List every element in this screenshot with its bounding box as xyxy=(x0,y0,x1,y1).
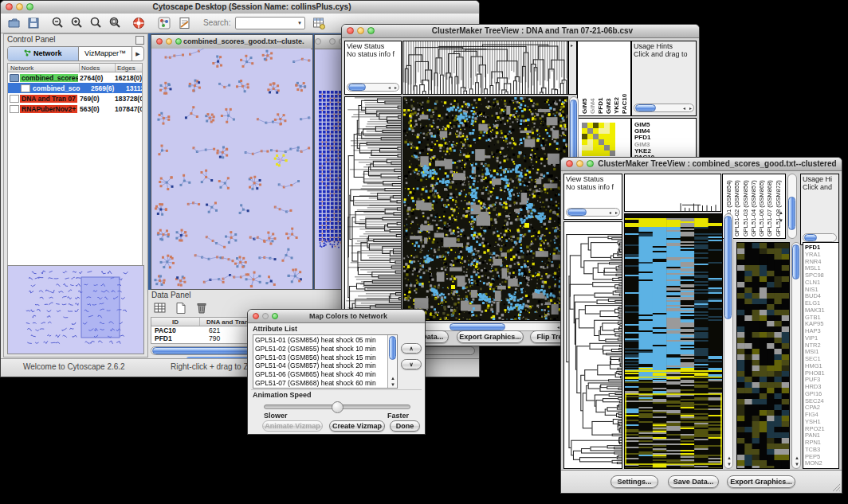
matrix-cell[interactable] xyxy=(582,139,587,145)
network-row[interactable]: DNA and Tran 07769(0)183728(0) xyxy=(8,93,142,104)
matrix-cell[interactable] xyxy=(599,123,604,128)
tv1-heatmap[interactable] xyxy=(402,96,568,321)
tv2-gene-list[interactable]: PFD1YRA1RNR4MSL1SPC98CLN1NIS1BUD4ELG1MAK… xyxy=(803,242,839,469)
tv2-usage-hscrollbar[interactable] xyxy=(803,233,837,242)
search-input[interactable] xyxy=(235,17,305,29)
matrix-cell[interactable] xyxy=(610,145,615,150)
matrix-cell[interactable] xyxy=(599,145,604,150)
network-canvas[interactable] xyxy=(151,49,311,288)
matrix-cell[interactable] xyxy=(604,128,610,134)
tv2-gene-item[interactable]: GPI16 xyxy=(805,391,825,398)
tv2-gene-item[interactable]: NTR2 xyxy=(805,342,825,350)
matrix-cell[interactable] xyxy=(604,150,610,156)
attribute-item[interactable]: GPL51-07 (GSM868) heat shock 60 min xyxy=(255,379,387,388)
netview2-close-button[interactable] xyxy=(315,38,321,45)
tv2-row-dendrogram[interactable] xyxy=(563,221,622,469)
attribute-item[interactable]: GPL51-03 (GSM856) heat shock 15 min xyxy=(255,354,387,362)
tv1-gene-item[interactable]: GIM3 xyxy=(634,142,654,148)
tv2-gene-item[interactable]: KAP95 xyxy=(805,321,825,328)
vizmap-icon[interactable] xyxy=(157,16,171,30)
tv2-gene-item[interactable]: HRD3 xyxy=(805,384,825,391)
matrix-cell[interactable] xyxy=(610,128,615,134)
tv2-gene-item[interactable]: MSL1 xyxy=(805,265,825,272)
matrix-cell[interactable] xyxy=(593,145,599,150)
network-row[interactable]: combined_scores2764(0)16218(0) xyxy=(8,72,142,83)
matrix-cell[interactable] xyxy=(587,128,593,134)
tv2-gene-item[interactable]: MON2 xyxy=(805,460,825,467)
tv2-gene-item[interactable]: PEP5 xyxy=(805,454,825,461)
tv2-gene-item[interactable]: SEC1 xyxy=(805,356,825,363)
tv1-view-status-hscrollbar[interactable]: ◂▸ xyxy=(347,83,399,92)
tv2-heatmap-vscrollbar[interactable]: ▲▼ xyxy=(724,213,733,469)
tv2-export-graphics-button[interactable]: Export Graphics... xyxy=(727,475,795,488)
dialog-zoom-button[interactable] xyxy=(272,313,278,319)
matrix-cell[interactable] xyxy=(587,134,593,139)
netview2-minimize-button[interactable] xyxy=(329,38,336,45)
zoom-out-icon[interactable] xyxy=(50,16,65,30)
tv2-gene-item[interactable]: PAN1 xyxy=(805,432,825,440)
matrix-cell[interactable] xyxy=(599,134,604,139)
matrix-cell[interactable] xyxy=(599,128,604,134)
attribute-item[interactable]: GPL51-01 (GSM854) heat shock 05 min xyxy=(255,336,387,345)
help-lifesaver-icon[interactable] xyxy=(132,16,146,30)
attribute-up-button[interactable]: ∧ xyxy=(401,343,422,354)
tv2-detail-heatmap[interactable] xyxy=(736,242,790,469)
animation-speed-slider[interactable] xyxy=(264,404,410,409)
attribute-down-button[interactable]: ∨ xyxy=(401,359,422,369)
tv2-gene-item[interactable]: RPO21 xyxy=(805,426,825,433)
zoom-selected-icon[interactable] xyxy=(108,16,122,30)
tv2-gene-item[interactable]: GTB1 xyxy=(805,315,825,322)
tv2-gene-item[interactable]: CPA2 xyxy=(805,404,825,412)
matrix-cell[interactable] xyxy=(587,123,593,128)
map-dialog-titlebar[interactable]: Map Colors to Network xyxy=(248,310,425,323)
birdseye-view[interactable] xyxy=(7,265,144,354)
matrix-cell[interactable] xyxy=(604,134,610,139)
tv2-gene-item[interactable]: CLN1 xyxy=(805,279,825,287)
tv2-gene-item[interactable]: RPN1 xyxy=(805,440,825,447)
tv2-gene-item[interactable]: ELG1 xyxy=(805,300,825,307)
attribute-item[interactable]: GPL51-02 (GSM855) heat shock 10 min xyxy=(255,345,387,354)
treeview1-titlebar[interactable]: ClusterMaker TreeView : DNA and Tran 07-… xyxy=(342,25,699,38)
tv2-gene-item[interactable]: RNR4 xyxy=(805,259,825,266)
network-row[interactable]: combined_sco2569(6)13112(15) xyxy=(8,83,142,93)
tv2-gene-item[interactable]: VIP1 xyxy=(805,335,825,342)
matrix-cell[interactable] xyxy=(610,134,615,139)
tab-vizmapper[interactable]: VizMapper™ xyxy=(79,47,132,61)
tv2-gene-item[interactable]: YSH1 xyxy=(805,419,825,426)
netview-zoom-button[interactable] xyxy=(175,38,182,45)
close-button[interactable] xyxy=(6,3,13,10)
tv1-gene-item[interactable]: PFD1 xyxy=(634,135,654,141)
network-row[interactable]: RNAPuberNov2+563(0)107847(0) xyxy=(8,104,142,114)
matrix-cell[interactable] xyxy=(604,145,610,150)
tv2-save-data-button[interactable]: Save Data... xyxy=(668,475,719,488)
matrix-cell[interactable] xyxy=(593,134,599,139)
netview-minimize-button[interactable] xyxy=(166,38,172,45)
matrix-cell[interactable] xyxy=(593,128,599,134)
tv2-genelist-vscrollbar[interactable]: ▲▼ xyxy=(791,242,801,469)
matrix-cell[interactable] xyxy=(593,139,599,145)
tv2-view-status-hscrollbar[interactable]: ◂▸ xyxy=(566,208,620,217)
tv2-gene-item[interactable]: FIG4 xyxy=(805,412,825,419)
matrix-cell[interactable] xyxy=(582,145,587,150)
treeview1-minimize-button[interactable] xyxy=(357,27,364,34)
treeview2-close-button[interactable] xyxy=(566,160,573,167)
tv1-column-dendrogram[interactable] xyxy=(402,41,568,95)
tv1-gene-item[interactable]: GIM5 xyxy=(634,122,654,128)
netview-close-button[interactable] xyxy=(156,38,163,45)
save-icon[interactable] xyxy=(26,16,41,30)
attribute-list[interactable]: GPL51-01 (GSM854) heat shock 05 minGPL51… xyxy=(253,334,398,389)
animate-vizmap-button[interactable]: Animate Vizmap xyxy=(262,420,323,432)
treeview2-titlebar[interactable]: ClusterMaker TreeView : combined_scores_… xyxy=(561,158,842,171)
treeview2-minimize-button[interactable] xyxy=(576,160,583,167)
tv2-gene-item[interactable]: HMG1 xyxy=(805,363,825,370)
treeview1-close-button[interactable] xyxy=(347,27,354,34)
tab-overflow-arrow[interactable]: ▶ xyxy=(132,47,143,61)
tv2-labels-vscrollbar[interactable] xyxy=(787,174,797,239)
create-vizmap-button[interactable]: Create Vizmap xyxy=(329,420,385,432)
tab-network[interactable]: Network xyxy=(8,47,79,61)
matrix-cell[interactable] xyxy=(599,150,604,156)
matrix-cell[interactable] xyxy=(610,139,615,145)
tv2-gene-item[interactable]: MSI1 xyxy=(805,349,825,356)
matrix-cell[interactable] xyxy=(582,134,587,139)
open-folder-icon[interactable] xyxy=(7,16,22,30)
